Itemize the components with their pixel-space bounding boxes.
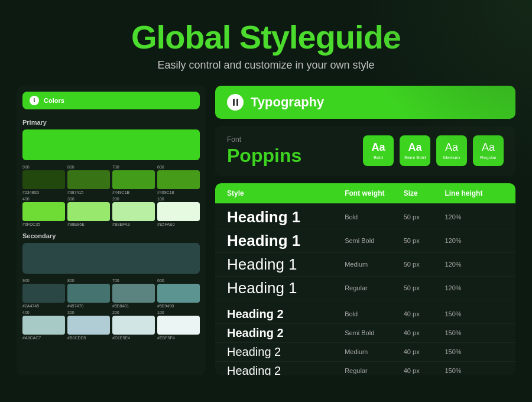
row-lineheight: 150%	[445, 367, 504, 374]
typography-panel: Typography Font Poppins Aa Bold Aa Semi …	[215, 86, 515, 375]
swatch-900	[22, 170, 65, 189]
typography-table: Style Font weight Size Line height Headi…	[215, 183, 515, 375]
table-row: Heading 2 Semi Bold 40 px 150%	[215, 324, 515, 343]
row-size: 40 px	[404, 348, 445, 355]
secondary-label: Secondary	[22, 232, 200, 239]
sec-swatch-400	[22, 316, 65, 335]
table-row: Heading 1 Bold 50 px 120%	[215, 206, 515, 229]
row-weight: Regular	[345, 367, 404, 374]
row-style: Heading 1	[227, 279, 345, 297]
color-entry: 200 #B8EFA3	[112, 197, 155, 226]
row-style: Heading 2	[227, 326, 345, 340]
weight-badge-semibold: Aa Semi Bold	[400, 135, 430, 166]
row-lineheight: 120%	[445, 284, 504, 291]
sec-swatch-100	[157, 316, 200, 335]
row-weight: Regular	[345, 284, 404, 291]
pause-button[interactable]	[227, 94, 244, 111]
font-section: Font Poppins Aa Bold Aa Semi Bold Aa Med…	[215, 126, 515, 176]
row-style: Heading 1	[227, 255, 345, 274]
row-style: Heading 2	[227, 345, 345, 359]
typography-title: Typography	[251, 95, 324, 110]
row-style: Heading 1	[227, 232, 345, 250]
row-size: 50 px	[404, 237, 445, 244]
row-weight: Semi Bold	[345, 237, 404, 244]
color-entry: 100 #E5FAE0	[157, 197, 200, 226]
table-row: Heading 1 Semi Bold 50 px 120%	[215, 229, 515, 253]
sec-swatch-800	[67, 284, 110, 303]
primary-label: Primary	[22, 119, 200, 126]
row-size: 50 px	[404, 284, 445, 291]
secondary-light-row: 400 #A8CAC7 300 #B0CDD5 200 #D1E5	[22, 310, 200, 340]
font-info: Font Poppins	[227, 135, 301, 167]
font-label: Font	[227, 135, 301, 144]
color-entry: 900 #23480D	[22, 165, 65, 194]
row-lineheight: 120%	[445, 213, 504, 221]
th-size: Size	[404, 189, 445, 197]
page-title: Global Styleguide	[0, 19, 532, 56]
row-size: 40 px	[404, 367, 445, 374]
table-row: Heading 2 Bold 40 px 150%	[215, 305, 515, 324]
page-subtitle: Easily control and customize in your own…	[0, 59, 532, 72]
sec-swatch-300	[67, 316, 110, 335]
row-style: Heading 2	[227, 364, 345, 375]
th-fontweight: Font weight	[345, 189, 404, 197]
swatch-700	[112, 170, 155, 189]
swatch-100	[157, 202, 200, 221]
secondary-dark-row: 900 #2A4745 800 #457470 700 #5B84	[22, 278, 200, 308]
row-weight: Bold	[345, 310, 404, 317]
row-lineheight: 120%	[445, 237, 504, 244]
th-style: Style	[227, 189, 345, 197]
swatch-800	[67, 170, 110, 189]
color-entry: 300 #98E86E	[67, 197, 110, 226]
typography-header: Typography	[215, 86, 515, 119]
color-entry: 700 #5B8481	[112, 278, 155, 308]
primary-light-row: 400 #6FDC35 300 #98E86E 200 #B8EFA3	[22, 197, 200, 226]
color-entry: 400 #A8CAC7	[22, 310, 65, 340]
sec-swatch-200	[112, 316, 155, 335]
row-weight: Medium	[345, 348, 404, 355]
colors-body: Primary 900 #23480D 800 #387415	[17, 109, 206, 375]
table-rows: Heading 1 Bold 50 px 120% Heading 1 Semi…	[215, 203, 515, 375]
weight-badge-regular: Aa Regular	[473, 135, 504, 166]
color-entry: 300 #B0CDD5	[67, 310, 110, 340]
swatch-600	[157, 170, 200, 189]
row-lineheight: 150%	[445, 329, 504, 336]
primary-dark-row: 900 #23480D 800 #387415 700 #449C1B	[22, 165, 200, 194]
secondary-section: Secondary 900 #2A4745 800 #457470	[22, 232, 200, 340]
table-row: Heading 2 Medium 40 px 150%	[215, 343, 515, 362]
row-lineheight: 120%	[445, 261, 504, 268]
main-content: i Colors Primary 900 #23480D 800	[0, 86, 532, 375]
font-name: Poppins	[227, 145, 301, 167]
row-style: Heading 2	[227, 307, 345, 321]
primary-main-swatch	[22, 129, 200, 160]
color-entry: 800 #457470	[67, 278, 110, 308]
color-entry: 700 #449C1B	[112, 165, 155, 194]
sec-swatch-700	[112, 284, 155, 303]
row-size: 50 px	[404, 213, 445, 221]
secondary-main-swatch	[22, 243, 200, 274]
pause-icon	[233, 99, 238, 106]
colors-panel: i Colors Primary 900 #23480D 800	[17, 86, 206, 375]
color-entry: 200 #D1E5E4	[112, 310, 155, 340]
row-size: 50 px	[404, 261, 445, 268]
sec-swatch-600	[157, 284, 200, 303]
row-lineheight: 150%	[445, 348, 504, 355]
font-weights: Aa Bold Aa Semi Bold Aa Medium Aa Regula…	[363, 135, 504, 166]
th-lineheight: Line height	[445, 189, 504, 197]
swatch-300	[67, 202, 110, 221]
color-entry: 900 #2A4745	[22, 278, 65, 308]
row-style: Heading 1	[227, 208, 345, 226]
page-header: Global Styleguide Easily control and cus…	[0, 0, 532, 86]
table-header: Style Font weight Size Line height	[215, 183, 515, 203]
row-lineheight: 150%	[445, 310, 504, 317]
color-entry: 600 #469C18	[157, 165, 200, 194]
table-row: Heading 1 Medium 50 px 120%	[215, 253, 515, 277]
color-entry: 400 #6FDC35	[22, 197, 65, 226]
row-size: 40 px	[404, 329, 445, 336]
swatch-400	[22, 202, 65, 221]
sec-swatch-900	[22, 284, 65, 303]
color-entry: 100 #EBF5F4	[157, 310, 200, 340]
colors-icon: i	[30, 96, 39, 105]
table-row: Heading 1 Regular 50 px 120%	[215, 277, 515, 300]
weight-badge-bold: Aa Bold	[363, 135, 394, 166]
